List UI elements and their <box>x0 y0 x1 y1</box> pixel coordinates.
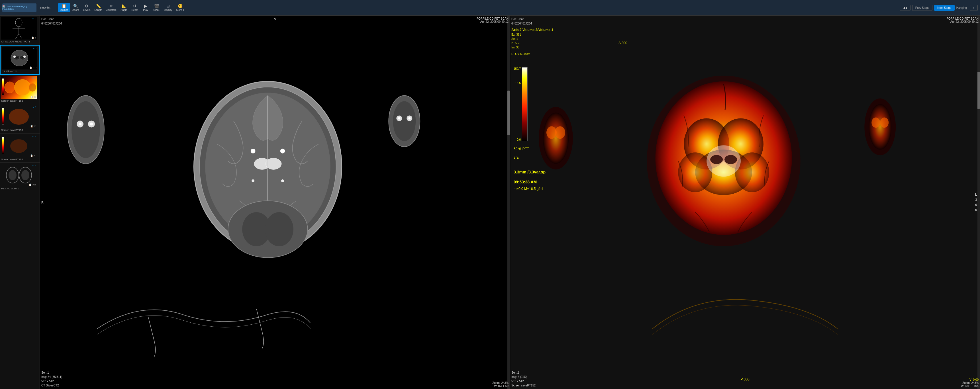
play-icon: ▶ <box>144 4 147 8</box>
series-label-5: Screen savePT154 <box>1 158 38 162</box>
vp-left-scrollbar[interactable] <box>508 16 510 389</box>
studies-icon: 📋 <box>62 4 66 8</box>
logo-area: 🏥 Open Health Imaging Foundation Study l… <box>2 3 52 12</box>
svg-point-15 <box>14 79 30 95</box>
levels-icon: ⚙ <box>85 4 89 8</box>
studies-button[interactable]: 📋 Studies <box>58 3 70 12</box>
svg-point-44 <box>79 122 81 125</box>
series-item-1[interactable]: s: 0 📋 1 CT SCOUT HEAD INCT1 <box>0 16 40 45</box>
length-icon: 📏 <box>96 4 101 8</box>
series-label-6: PET AC 2DPT1 <box>1 187 38 191</box>
pet-brain-image <box>510 16 980 389</box>
annotate-button[interactable]: ✏ Annotate <box>105 3 118 12</box>
viewer-area: Doe, Jane 6482364817264 FORFILE CD PET S… <box>40 16 980 389</box>
svg-point-12 <box>13 56 16 58</box>
toolbar-divider-1 <box>57 3 57 13</box>
series-label-2: CT SlicesCT2 <box>2 70 38 73</box>
annotate-icon: ✏ <box>110 4 113 8</box>
reset-icon: ↺ <box>133 4 137 8</box>
svg-point-39 <box>265 212 293 246</box>
app-logo: 🏥 Open Health Imaging Foundation <box>2 3 37 12</box>
zoom-button[interactable]: 🔍 Zoom <box>71 3 81 12</box>
series-label-1: CT SCOUT HEAD INCT1 <box>1 40 38 44</box>
next-stage-button[interactable]: Next Stage <box>934 5 955 11</box>
vp-right-scrollbar[interactable] <box>977 16 980 389</box>
levels-button[interactable]: ⚙ Levels <box>81 3 92 12</box>
series-item-4[interactable]: s: 3 📋 20 Screen savePT153 <box>0 104 40 133</box>
zoom-icon: 🔍 <box>73 4 78 8</box>
svg-point-66 <box>555 126 565 139</box>
svg-point-45 <box>90 122 93 125</box>
vp-right-scrollbar-thumb <box>977 72 980 109</box>
more-icon: 😊 <box>178 4 183 8</box>
vp-left-scrollbar-thumb <box>508 91 510 135</box>
display-icon: ⊞ <box>166 4 170 8</box>
svg-point-64 <box>543 113 569 164</box>
hanging-label: Hanging <box>956 6 967 10</box>
series-item-5[interactable]: s: 4 📋 20 Screen savePT154 <box>0 133 40 163</box>
svg-point-34 <box>280 149 285 153</box>
angle-icon: 📐 <box>122 4 126 8</box>
series-item-2[interactable]: s: 1 📋 211 CT SlicesCT2 <box>0 45 40 75</box>
svg-point-25 <box>21 170 29 180</box>
study-list-button[interactable]: Study list <box>38 5 52 10</box>
svg-point-41 <box>72 102 100 158</box>
cine-icon: 🎬 <box>154 4 159 8</box>
svg-point-13 <box>23 56 25 58</box>
svg-point-70 <box>880 117 889 128</box>
length-button[interactable]: 📏 Length <box>93 3 104 12</box>
svg-point-61 <box>710 155 723 164</box>
series-label-4: Screen savePT153 <box>1 129 38 132</box>
svg-point-33 <box>251 149 255 153</box>
viewport-pet[interactable]: Doe, Jane 6482364817264 Axial2 Volume 2/… <box>510 16 980 389</box>
series-label-3: Screen savePT152 <box>1 99 38 103</box>
svg-point-47 <box>393 102 416 141</box>
svg-point-24 <box>8 170 16 180</box>
series-thumb-5: s: 4 📋 20 <box>1 135 37 157</box>
svg-point-35 <box>251 179 255 182</box>
svg-point-16 <box>29 83 36 91</box>
svg-point-50 <box>398 117 400 119</box>
svg-point-14 <box>5 82 15 93</box>
reset-button[interactable]: ↺ Reset <box>130 3 140 12</box>
series-thumb-2: s: 1 📋 211 <box>2 47 37 70</box>
display-button[interactable]: ⊞ Display <box>162 3 174 12</box>
right-toolbar: ◀◀ Prev Stage Next Stage Hanging ○ <box>900 5 978 11</box>
series-item-3[interactable]: s: 2 📋 50 Screen savePT152 <box>0 75 40 104</box>
toggle-button[interactable]: ○ <box>970 5 978 11</box>
series-thumb-3: s: 2 📋 50 <box>1 76 37 99</box>
topbar: 🏥 Open Health Imaging Foundation Study l… <box>0 0 980 16</box>
cine-button[interactable]: 🎬 CINE <box>151 3 162 12</box>
svg-point-20 <box>10 139 27 153</box>
angle-button[interactable]: 📐 Angle <box>119 3 129 12</box>
ct-brain-image <box>40 16 510 389</box>
svg-point-68 <box>869 104 891 150</box>
series-thumb-1: s: 0 📋 1 <box>1 17 37 40</box>
viewport-ct[interactable]: Doe, Jane 6482364817264 FORFILE CD PET S… <box>40 16 510 389</box>
series-thumb-4: s: 3 📋 20 <box>1 105 37 128</box>
main-layout: s: 0 📋 1 CT SCOUT HEAD INCT1 <box>0 16 980 389</box>
prev-stage-button[interactable]: Prev Stage <box>912 5 932 11</box>
prev-icon-button[interactable]: ◀◀ <box>900 5 910 11</box>
play-button[interactable]: ▶ Play <box>140 3 151 12</box>
svg-point-18 <box>9 109 29 125</box>
series-sidebar: s: 0 📋 1 CT SCOUT HEAD INCT1 <box>0 16 40 389</box>
svg-point-69 <box>872 117 880 128</box>
svg-point-62 <box>724 155 737 164</box>
more-button[interactable]: 😊 More ▾ <box>175 3 186 12</box>
svg-point-51 <box>408 117 410 119</box>
series-item-6[interactable]: s: 5 📋 311 PET AC 2DPT1 <box>0 163 40 192</box>
toolbar-group-main: 📋 Studies 🔍 Zoom ⚙ Levels 📏 Length ✏ Ann… <box>58 3 186 12</box>
svg-point-36 <box>281 179 284 182</box>
series-thumb-6: s: 5 📋 311 <box>1 164 37 187</box>
